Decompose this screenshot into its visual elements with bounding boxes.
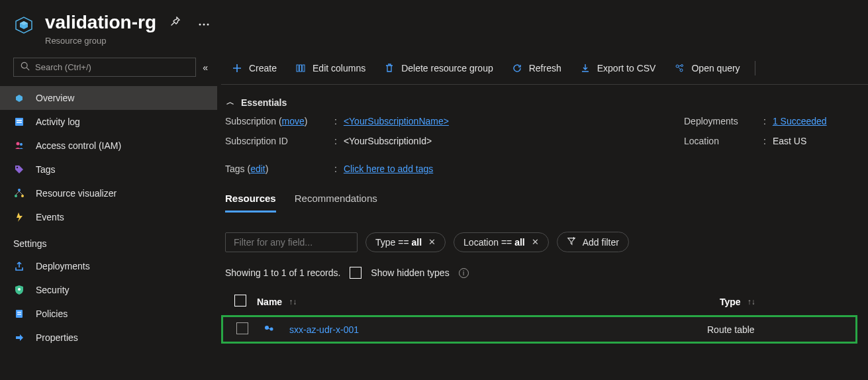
- sidebar-item-label: Deployments: [36, 261, 90, 271]
- col-header-type[interactable]: Type ↑↓: [720, 297, 852, 307]
- add-tags-link[interactable]: Click here to add tags: [344, 164, 433, 174]
- svg-point-9: [20, 143, 23, 146]
- sidebar-item-security[interactable]: Security: [0, 278, 217, 302]
- sidebar-item-properties[interactable]: Properties: [0, 326, 217, 350]
- essentials-toggle[interactable]: ︿ Essentials: [221, 85, 868, 116]
- location-value: East US: [773, 136, 806, 146]
- records-status: Showing 1 to 1 of 1 records.: [225, 267, 340, 278]
- add-filter-button[interactable]: Add filter: [557, 232, 629, 252]
- sidebar-item-label: Security: [36, 285, 70, 295]
- properties-icon: [13, 332, 25, 344]
- open-query-button[interactable]: Open query: [666, 59, 747, 77]
- svg-point-11: [18, 189, 21, 191]
- sidebar-item-label: Properties: [36, 332, 78, 343]
- refresh-icon: [512, 63, 522, 73]
- deployments-link[interactable]: 1 Succeeded: [773, 116, 827, 126]
- cmd-label: Edit columns: [313, 63, 365, 73]
- page-title: validation-rg: [45, 12, 156, 33]
- cmd-label: Refresh: [529, 63, 561, 73]
- show-hidden-checkbox[interactable]: [350, 267, 362, 279]
- sidebar-item-tags[interactable]: Tags: [0, 158, 217, 181]
- cmd-label: Create: [249, 63, 277, 73]
- sidebar-item-deployments[interactable]: Deployments: [0, 254, 217, 278]
- tag-icon: [13, 164, 25, 175]
- sidebar-item-access-control[interactable]: Access control (IAM): [0, 134, 217, 158]
- edit-columns-button[interactable]: Edit columns: [287, 59, 373, 77]
- delete-button[interactable]: Delete resource group: [376, 59, 501, 77]
- close-icon[interactable]: ✕: [428, 237, 436, 247]
- query-icon: [674, 63, 685, 73]
- svg-point-10: [17, 167, 18, 168]
- route-table-icon: [263, 324, 275, 336]
- subscription-label: Subscription (move): [225, 116, 334, 126]
- export-csv-button[interactable]: Export to CSV: [572, 59, 664, 77]
- table-row[interactable]: sxx-az-udr-x-001 Route table: [221, 315, 857, 344]
- move-link[interactable]: move: [282, 116, 305, 126]
- tags-label: Tags (edit): [225, 164, 334, 174]
- sidebar-section-settings: Settings: [0, 229, 217, 254]
- more-button[interactable]: [196, 15, 212, 30]
- svg-point-1: [203, 23, 205, 25]
- tab-recommendations[interactable]: Recommendations: [295, 193, 377, 213]
- svg-rect-6: [17, 120, 22, 121]
- svg-point-2: [207, 23, 209, 25]
- separator: [755, 61, 755, 75]
- command-bar: Create Edit columns Delete resource grou…: [221, 58, 868, 85]
- events-icon: [13, 211, 25, 223]
- search-icon: [21, 62, 30, 73]
- activity-log-icon: [13, 116, 25, 128]
- visualizer-icon: [13, 187, 25, 199]
- sidebar-item-label: Access control (IAM): [36, 140, 121, 151]
- sidebar-item-label: Tags: [36, 164, 56, 175]
- create-button[interactable]: Create: [224, 59, 285, 77]
- columns-icon: [295, 63, 306, 73]
- essentials-title: Essentials: [241, 97, 287, 108]
- sidebar-item-label: Activity log: [36, 117, 80, 127]
- close-icon[interactable]: ✕: [532, 237, 539, 247]
- tab-resources[interactable]: Resources: [225, 193, 276, 213]
- col-header-name[interactable]: Name ↑↓: [257, 297, 720, 307]
- cmd-label: Delete resource group: [401, 63, 493, 73]
- filter-field-input[interactable]: [225, 232, 358, 252]
- svg-point-25: [270, 327, 273, 330]
- show-hidden-label: Show hidden types: [371, 267, 449, 278]
- cmd-label: Open query: [691, 63, 740, 73]
- sort-icon: ↑↓: [747, 297, 755, 307]
- chevron-up-icon: ︿: [226, 97, 234, 108]
- sidebar-item-activity-log[interactable]: Activity log: [0, 110, 217, 134]
- search-input[interactable]: [35, 62, 189, 72]
- svg-point-14: [18, 288, 21, 291]
- info-icon[interactable]: i: [459, 268, 469, 278]
- sidebar-item-label: Resource visualizer: [36, 188, 117, 199]
- subid-label: Subscription ID: [225, 136, 334, 146]
- sidebar-search[interactable]: [13, 58, 196, 77]
- sidebar-item-policies[interactable]: Policies: [0, 302, 217, 326]
- filter-pill-location[interactable]: Location == all ✕: [454, 232, 549, 252]
- sidebar-item-resource-visualizer[interactable]: Resource visualizer: [0, 181, 217, 205]
- subscription-link[interactable]: <YourSubscriptionName>: [344, 116, 449, 126]
- cube-icon: [13, 92, 25, 104]
- select-all-checkbox[interactable]: [234, 295, 246, 307]
- download-icon: [580, 63, 591, 73]
- add-filter-label: Add filter: [583, 237, 619, 248]
- pin-button[interactable]: [168, 14, 184, 32]
- deployments-label: Deployments: [684, 116, 763, 126]
- cmd-label: Export to CSV: [597, 63, 656, 73]
- svg-rect-20: [303, 65, 305, 71]
- svg-point-8: [17, 142, 20, 146]
- resource-group-icon: [13, 15, 34, 36]
- page-subtitle: Resource group: [45, 36, 868, 46]
- sidebar-item-overview[interactable]: Overview: [0, 86, 217, 110]
- resource-type: Route table: [707, 324, 840, 335]
- sort-icon: ↑↓: [289, 297, 297, 307]
- row-checkbox[interactable]: [236, 322, 248, 334]
- location-label: Location: [684, 136, 763, 146]
- resource-link[interactable]: sxx-az-udr-x-001: [289, 324, 359, 335]
- sidebar-item-events[interactable]: Events: [0, 205, 217, 229]
- collapse-sidebar-button[interactable]: «: [203, 62, 208, 73]
- refresh-button[interactable]: Refresh: [504, 59, 569, 77]
- svg-point-23: [681, 65, 683, 67]
- edit-tags-link[interactable]: edit: [250, 164, 265, 174]
- deployments-icon: [13, 260, 25, 272]
- filter-pill-type[interactable]: Type == all ✕: [365, 232, 446, 252]
